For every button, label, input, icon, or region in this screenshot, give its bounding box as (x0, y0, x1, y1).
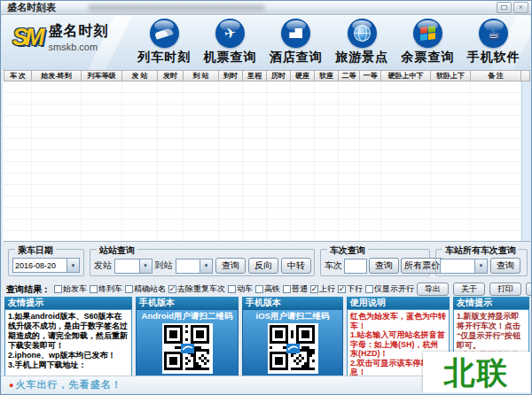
android-qr-code (162, 323, 213, 374)
filter-label: 查询结果： (6, 283, 51, 296)
checkbox-terminating[interactable]: 终到车 (90, 283, 122, 295)
plane-icon: ✈ (215, 19, 245, 48)
group-title: 站站查询 (97, 244, 137, 257)
online-upgrade-button[interactable]: 在线升级 (526, 283, 532, 296)
app-logo: SM 盛名时刻 smskb.com (12, 22, 109, 52)
checkbox-icon[interactable] (90, 285, 98, 293)
nav-label: 机票查询 (203, 50, 256, 66)
station-all-combobox[interactable]: ▼ (440, 259, 488, 274)
nav-label: 酒店查询 (270, 50, 323, 66)
train-query-button[interactable]: 查询 (369, 258, 399, 274)
nav-label: 列车时刻 (137, 50, 191, 66)
checkbox-exact-station[interactable]: 精确站名 (125, 283, 166, 295)
checkbox-icon[interactable] (54, 285, 62, 293)
checkbox-icon[interactable] (283, 285, 291, 293)
group-title: 车站所有车次查询 (442, 244, 519, 257)
to-station-combobox[interactable]: ▼ (176, 259, 214, 274)
column-header-hard-sleeper[interactable]: 硬卧上中下 (381, 70, 431, 81)
column-header-first-class[interactable]: 一等 (360, 70, 381, 81)
nav-item-mobile-software[interactable]: ☕ 手机软件 (461, 18, 527, 69)
column-header-second-class[interactable]: 二等 (339, 70, 360, 81)
station-all-trains-group: 车站所有车次查询 ▼ 查询 (435, 249, 528, 276)
station-to-station-group: 站站查询 发站 ▼ 到站 ▼ 查询 反向 中转 (90, 249, 315, 276)
column-header-arr-time[interactable]: 到时 (219, 70, 243, 81)
transfer-button[interactable]: 中转 (281, 258, 311, 274)
print-button[interactable]: 打印 (489, 283, 521, 296)
checkbox-icon[interactable] (255, 285, 263, 293)
export-button[interactable]: 导出 (417, 283, 449, 296)
nav-item-attractions[interactable]: 旅游景点 (329, 18, 395, 69)
dropdown-arrow-icon[interactable]: ▼ (200, 259, 212, 273)
checkbox-d-train[interactable]: 动车 (228, 283, 253, 295)
column-header-hard-seat[interactable]: 硬座 (291, 70, 315, 81)
column-header-train-no[interactable]: 车 次 (4, 70, 32, 81)
group-title: 车次查询 (327, 244, 368, 257)
checkbox-originating[interactable]: 始发车 (54, 283, 87, 295)
column-header-arr-station[interactable]: 到 站 (184, 70, 219, 81)
checkbox-icon[interactable] (168, 285, 176, 293)
column-header-remarks[interactable]: 备 注 (471, 70, 521, 81)
checkbox-high-speed[interactable]: 高铁 (255, 283, 280, 295)
dropdown-arrow-icon[interactable]: ▼ (66, 259, 79, 272)
nav-item-flight-query[interactable]: ✈ 机票查询 (197, 18, 262, 69)
column-header-duration[interactable]: 历时 (267, 70, 291, 81)
windows-icon (413, 19, 442, 48)
close-button[interactable]: × (513, 2, 528, 13)
panel-title: 使用说明 (347, 297, 450, 309)
checkbox-running-only[interactable]: 仅显示开行 (365, 283, 414, 295)
train-icon (150, 19, 179, 48)
logo-name: 盛名时刻 (49, 22, 109, 41)
status-bullet-icon: ● (9, 381, 13, 390)
restore-button[interactable] (497, 2, 512, 13)
ride-date-combobox[interactable]: 2016-08-20 ▼ (12, 258, 80, 273)
checkbox-ordinary[interactable]: 普通 (283, 283, 308, 295)
column-header-soft-sleeper[interactable]: 软卧上下 (431, 70, 471, 81)
checkbox-icon[interactable] (338, 285, 346, 293)
panel-title: 手机版本 (136, 297, 239, 309)
checkbox-upbound[interactable]: 上行 (310, 283, 335, 295)
reverse-button[interactable]: 反向 (248, 258, 278, 274)
train-number-input[interactable] (344, 259, 367, 274)
hotel-icon (281, 19, 310, 48)
column-header-distance[interactable]: 里程 (243, 70, 267, 81)
station-query-button[interactable]: 查询 (215, 258, 246, 274)
ios-version-panel: 手机版本 iOS用户请扫二维码 (242, 297, 343, 376)
nav-item-train-times[interactable]: 列车时刻 (131, 18, 197, 69)
beilian-watermark-badge: 北联 (423, 352, 530, 392)
dropdown-arrow-icon[interactable]: ▼ (139, 259, 152, 273)
vertical-scrollbar[interactable] (521, 81, 530, 241)
column-header-soft-seat[interactable]: 软座 (315, 70, 339, 81)
checkbox-icon[interactable] (365, 285, 373, 293)
from-station-combobox[interactable]: ▼ (114, 259, 153, 274)
checkbox-icon[interactable] (228, 285, 236, 293)
train-number-label: 车次 (325, 259, 342, 272)
ios-qr-caption: iOS用户请扫二维码 (256, 311, 330, 322)
dropdown-arrow-icon[interactable]: ▼ (474, 259, 487, 273)
column-header-origin-dest[interactable]: 始发-终到 (32, 70, 82, 81)
column-header-train-class[interactable]: 列车等级 (82, 70, 122, 81)
results-table-header: 车 次 始发-终到 列车等级 发 站 发时 到 站 到时 里程 历时 硬座 软座… (4, 70, 530, 81)
station-all-query-button[interactable]: 查询 (490, 258, 520, 274)
restore-icon (501, 5, 507, 10)
checkbox-icon[interactable] (310, 285, 318, 293)
window-title: 盛名时刻表 (7, 1, 56, 14)
checkbox-icon[interactable] (125, 285, 133, 293)
column-header-dep-station[interactable]: 发 站 (122, 70, 158, 81)
panel-title: 友情提示 (4, 297, 132, 309)
nav-label: 手机软件 (467, 50, 520, 66)
column-header-scroll-corner (521, 70, 530, 81)
ride-date-group: 乘车日期 2016-08-20 ▼ (8, 249, 84, 276)
checkbox-downbound[interactable]: 下行 (338, 283, 363, 295)
panel-title: 友情提示 (453, 297, 529, 309)
checkbox-dedupe[interactable]: 去除重复车次 (168, 283, 225, 295)
nav-item-ticket-availability[interactable]: 余票查询 (395, 18, 460, 69)
about-button[interactable]: 关于 (453, 283, 485, 296)
nav-item-hotel-query[interactable]: 酒店查询 (263, 18, 329, 69)
column-header-dep-time[interactable]: 发时 (158, 70, 184, 81)
train-number-group: 车次查询 车次 查询 所有票价 (320, 249, 430, 276)
nav-label: 余票查询 (401, 50, 454, 66)
logo-domain: smskb.com (49, 42, 109, 52)
ride-date-value: 2016-08-20 (13, 261, 66, 270)
app-window: 盛名时刻表 × SM 盛名时刻 smskb.com 列车时刻 ✈ 机票查询 (0, 0, 532, 395)
results-table-body (4, 81, 530, 242)
